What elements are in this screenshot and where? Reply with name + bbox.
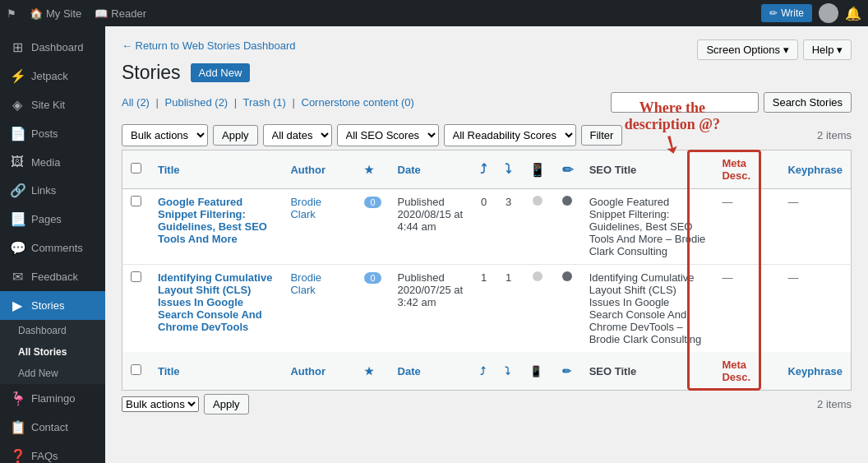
row1-date: Published2020/08/15 at 4:44 am [390, 189, 472, 265]
sidebar-item-label: Links [31, 184, 56, 197]
check-all-footer [122, 352, 150, 391]
reader-link[interactable]: 📖 Reader [95, 7, 146, 20]
table-row: Google Featured Snippet Filtering: Guide… [122, 189, 852, 265]
sidebar-item-stories-add-new[interactable]: Add New [0, 363, 105, 384]
write-button[interactable]: ✏ Write [761, 4, 812, 22]
table-row: Identifying Cumulative Layout Shift (CLS… [122, 265, 852, 353]
sitekit-icon: ◈ [10, 97, 25, 113]
avatar[interactable] [819, 3, 838, 23]
row2-keyphrase: — [779, 265, 851, 353]
row1-keyphrase: — [779, 189, 851, 265]
sidebar-item-dashboard[interactable]: ⊞ Dashboard [0, 33, 105, 62]
stories-dashboard-label: Dashboard [18, 325, 67, 336]
row1-checkbox[interactable] [131, 196, 141, 206]
row1-seo-title: Google Featured Snippet Filtering: Guide… [581, 189, 714, 265]
sidebar-item-posts[interactable]: 📄 Posts [0, 119, 105, 148]
filter-all[interactable]: All (2) [122, 96, 150, 109]
bottom-apply-button[interactable]: Apply [204, 394, 249, 414]
row2-checkbox[interactable] [131, 271, 141, 282]
sidebar-item-flamingo[interactable]: 🦩 Flamingo [0, 384, 105, 413]
keyphrase-header: Keyphrase [779, 150, 851, 189]
sidebar-item-label: Comments [31, 242, 83, 254]
posts-icon: 📄 [10, 126, 25, 141]
keyphrase-sort[interactable]: Keyphrase [787, 164, 842, 176]
row1-title-link[interactable]: Google Featured Snippet Filtering: Guide… [158, 196, 267, 245]
dates-select[interactable]: All dates [263, 124, 332, 146]
col8-header: ✏ [554, 150, 581, 189]
row2-seo-title: Identifying Cumulative Layout Shift (CLS… [581, 265, 714, 353]
sidebar-item-stories-dashboard[interactable]: Dashboard [0, 320, 105, 341]
sidebar-item-links[interactable]: 🔗 Links [0, 176, 105, 205]
comments-icon: 💬 [10, 240, 25, 256]
row1-author-link[interactable]: Brodie Clark [290, 196, 321, 220]
table-wrapper: Title Author ★ Date ⤴ ⤵ [122, 150, 852, 391]
device-icon: 📱 [529, 163, 546, 177]
filter-trash[interactable]: Trash (1) [243, 96, 286, 109]
help-button[interactable]: Help ▾ [803, 39, 852, 60]
row1-author: Brodie Clark [282, 189, 356, 265]
sidebar-item-label: Stories [31, 299, 64, 312]
notifications-bell[interactable]: 🔔 [845, 6, 861, 21]
row1-comments: 0 [356, 189, 389, 265]
sidebar-item-comments[interactable]: 💬 Comments [0, 234, 105, 262]
add-new-button[interactable]: Add New [191, 63, 251, 82]
sidebar-item-contact[interactable]: 📋 Contact [0, 413, 105, 442]
filter-links: All (2) | Published (2) | Trash (1) | Co… [122, 96, 418, 109]
row2-dot1 [521, 265, 554, 353]
filter-button[interactable]: Filter [581, 125, 623, 146]
sidebar-item-jetpack[interactable]: ⚡ Jetpack [0, 62, 105, 90]
sidebar-item-label: Posts [31, 127, 58, 140]
meta-desc-footer-sort[interactable]: Meta Desc. [722, 359, 750, 383]
row2-author: Brodie Clark [282, 265, 356, 353]
meta-desc-sort[interactable]: Meta Desc. [722, 157, 750, 182]
row1-col6: 3 [496, 189, 521, 265]
wp-logo[interactable]: ⚑ [7, 7, 16, 20]
sidebar-item-sitekit[interactable]: ◈ Site Kit [0, 90, 105, 119]
links-icon: 🔗 [10, 183, 25, 198]
screen-options-button[interactable]: Screen Options ▾ [697, 39, 797, 60]
sidebar-item-feedback[interactable]: ✉ Feedback [0, 262, 105, 291]
sidebar-item-label: Contact [31, 421, 68, 433]
sidebar-item-pages[interactable]: 📃 Pages [0, 205, 105, 234]
jetpack-icon: ⚡ [10, 68, 25, 84]
check-all-footer-checkbox[interactable] [131, 364, 141, 375]
filter-cornerstone[interactable]: Cornerstone content (0) [302, 96, 414, 109]
sidebar-item-media[interactable]: 🖼 Media [0, 148, 105, 176]
sidebar-item-label: Feedback [31, 271, 78, 283]
filter-published[interactable]: Published (2) [165, 96, 229, 109]
seo-scores-select[interactable]: All SEO Scores [337, 124, 439, 146]
title-footer: Title [150, 352, 282, 391]
row2-author-link[interactable]: Brodie Clark [290, 271, 321, 296]
bottom-bulk-actions-select[interactable]: Bulk actions [122, 396, 199, 412]
row1-title: Google Featured Snippet Filtering: Guide… [150, 189, 282, 265]
faqs-icon: ❓ [10, 448, 25, 463]
row2-comment-badge: 0 [364, 272, 381, 284]
top-apply-button[interactable]: Apply [213, 125, 258, 146]
bulk-actions-select[interactable]: Bulk actions [122, 124, 208, 146]
star-header: ★ [356, 150, 389, 189]
sidebar-item-faqs[interactable]: ❓ FAQs [0, 442, 105, 463]
my-site-link[interactable]: 🏠 My Site [30, 7, 81, 20]
row1-dot2 [554, 189, 581, 265]
flamingo-icon: 🦩 [10, 391, 25, 406]
star-footer: ★ [356, 352, 389, 391]
check-all-checkbox[interactable] [131, 163, 141, 174]
sidebar-item-all-stories[interactable]: All Stories [0, 341, 105, 363]
search-button[interactable]: Search Stories [764, 92, 852, 113]
readability-select[interactable]: All Readability Scores [444, 124, 576, 146]
sidebar: ⊞ Dashboard ⚡ Jetpack ◈ Site Kit 📄 Posts… [0, 26, 105, 463]
contact-icon: 📋 [10, 419, 25, 435]
date-sort[interactable]: Date [398, 164, 421, 176]
row2-meta-desc-text: — [722, 271, 732, 284]
keyphrase-footer-sort[interactable]: Keyphrase [787, 365, 842, 377]
row2-date-text: Published2020/07/25 at 3:42 am [398, 271, 464, 308]
date-footer-sort[interactable]: Date [398, 365, 421, 377]
sidebar-item-label: Flamingo [31, 392, 75, 405]
title-footer-sort[interactable]: Title [158, 365, 180, 377]
row1-comment-badge: 0 [364, 197, 381, 208]
row2-title-link[interactable]: Identifying Cumulative Layout Shift (CLS… [158, 271, 272, 333]
page-header: Stories Add New [122, 62, 697, 84]
media-icon: 🖼 [10, 155, 25, 169]
title-sort[interactable]: Title [158, 164, 180, 176]
sidebar-item-stories[interactable]: ▶ Stories [0, 291, 105, 320]
